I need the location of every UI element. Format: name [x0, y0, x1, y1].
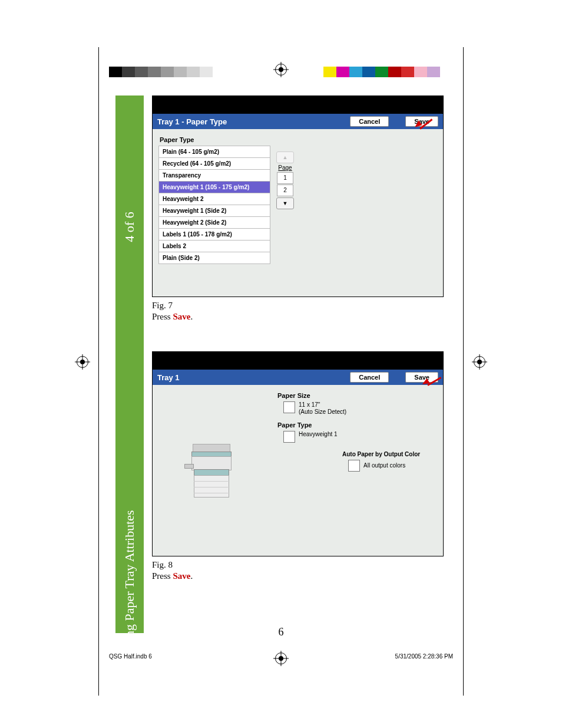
color-swatch: [388, 67, 401, 77]
cancel-button[interactable]: Cancel: [350, 116, 389, 127]
paper-type-option[interactable]: Heavyweight 1 (105 - 175 g/m2): [158, 182, 270, 193]
printer-screen-paper-type: Tray 1 - Paper Type Cancel Save Paper Ty…: [152, 95, 444, 297]
auto-paper-label: Auto Paper by Output Color: [342, 451, 436, 457]
color-swatch: [336, 67, 349, 77]
paper-type-checkbox[interactable]: [283, 431, 295, 443]
color-calibration-bar: [109, 67, 226, 77]
paper-type-label: Paper Type: [277, 421, 436, 429]
color-swatch: [375, 67, 388, 77]
figure-caption: Fig. 7: [152, 301, 449, 311]
instruction-text: Press Save.: [152, 571, 449, 581]
figure-caption: Fig. 8: [152, 560, 449, 570]
color-swatch: [401, 67, 414, 77]
registration-mark-icon: [77, 356, 88, 368]
step-indicator: 4 of 6: [122, 212, 137, 242]
main-content: Tray 1 - Paper Type Cancel Save Paper Ty…: [152, 95, 449, 581]
paper-size-value: 11 x 17" (Auto Size Detect): [299, 401, 346, 416]
color-swatch: [427, 67, 440, 77]
paper-type-option[interactable]: Recycled (64 - 105 g/m2): [158, 158, 270, 170]
color-swatch: [362, 67, 375, 77]
registration-mark-icon: [275, 64, 287, 75]
color-swatch: [122, 67, 135, 77]
color-swatch: [161, 67, 174, 77]
screen-top-bar: [153, 96, 443, 114]
color-swatch: [200, 67, 213, 77]
paper-type-option[interactable]: Labels 2: [158, 241, 270, 252]
screen-title: Tray 1 - Paper Type: [157, 117, 227, 126]
crop-mark: [98, 47, 99, 696]
screen-top-bar: [153, 352, 443, 370]
paper-type-option[interactable]: Heavyweight 1 (Side 2): [158, 205, 270, 217]
page-number-1[interactable]: 1: [277, 172, 293, 184]
auto-paper-value: All output colors: [363, 460, 405, 469]
screen-title-bar: Tray 1 - Paper Type Cancel Save: [153, 114, 443, 129]
printer-screen-tray: Tray 1 Cancel Save Paper Size: [152, 351, 444, 556]
color-calibration-bar: [323, 67, 453, 77]
pager: ▲ Page 1 2 ▼: [276, 150, 294, 210]
screen-title-bar: Tray 1 Cancel Save: [153, 370, 443, 385]
paper-type-option[interactable]: Labels 1 (105 - 178 g/m2): [158, 229, 270, 241]
page-up-button[interactable]: ▲: [276, 151, 294, 163]
cancel-button[interactable]: Cancel: [350, 372, 389, 383]
paper-size-checkbox[interactable]: [283, 401, 295, 413]
page-number: 6: [279, 626, 284, 638]
color-swatch: [414, 67, 427, 77]
page-label: Page: [276, 164, 294, 171]
paper-type-option[interactable]: Heavyweight 2 (Side 2): [158, 217, 270, 229]
color-swatch: [440, 67, 453, 77]
color-swatch: [135, 67, 148, 77]
section-title: Changing Paper Tray Attributes: [122, 510, 137, 674]
instruction-text: Press Save.: [152, 312, 449, 322]
registration-mark-icon: [275, 653, 287, 664]
copier-illustration-icon: [188, 444, 235, 500]
page-number-2[interactable]: 2: [277, 185, 293, 196]
registration-mark-icon: [474, 356, 485, 368]
paper-type-value: Heavyweight 1: [299, 431, 338, 438]
footer-timestamp: 5/31/2005 2:28:36 PM: [395, 653, 453, 660]
footer-filename: QSG Half.indb 6: [109, 653, 152, 660]
paper-type-list: Plain (64 - 105 g/m2)Recycled (64 - 105 …: [158, 146, 270, 264]
color-swatch: [187, 67, 200, 77]
screen-title: Tray 1: [157, 373, 180, 382]
color-swatch: [349, 67, 362, 77]
color-swatch: [109, 67, 122, 77]
document-page: 4 of 6 Changing Paper Tray Attributes Tr…: [0, 0, 562, 728]
page-down-button[interactable]: ▼: [276, 197, 294, 209]
color-swatch: [148, 67, 161, 77]
crop-mark: [463, 47, 464, 696]
paper-size-label: Paper Size: [277, 392, 436, 399]
color-swatch: [323, 67, 336, 77]
paper-type-option[interactable]: Transparency: [158, 170, 270, 182]
paper-type-option[interactable]: Plain (Side 2): [158, 252, 270, 264]
paper-type-label: Paper Type: [160, 136, 437, 143]
auto-paper-checkbox[interactable]: [348, 460, 360, 472]
color-swatch: [213, 67, 226, 77]
sidebar: 4 of 6 Changing Paper Tray Attributes: [115, 95, 144, 633]
paper-type-option[interactable]: Heavyweight 2: [158, 193, 270, 205]
color-swatch: [174, 67, 187, 77]
paper-type-option[interactable]: Plain (64 - 105 g/m2): [158, 146, 270, 158]
